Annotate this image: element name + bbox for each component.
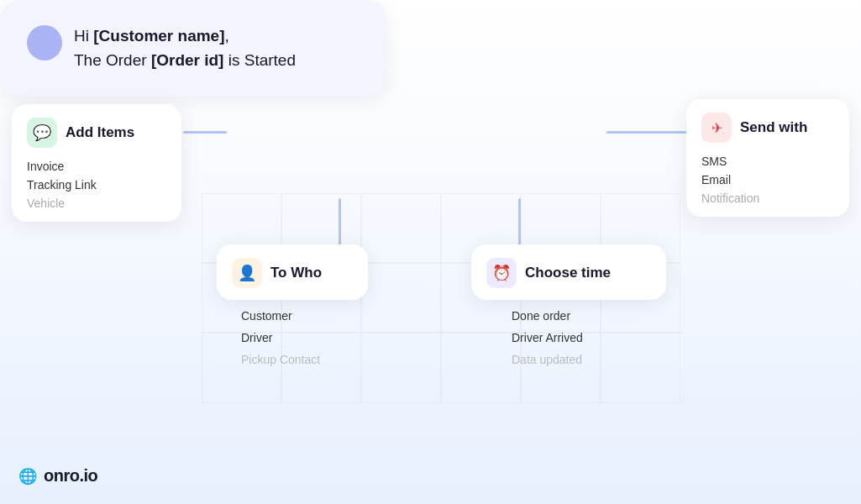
add-items-list: Invoice Tracking Link Vehicle: [12, 160, 181, 222]
choose-time-data[interactable]: Data updated: [512, 353, 583, 366]
add-items-title: Add Items: [66, 124, 134, 141]
canvas: 💬 Add Items Invoice Tracking Link Vehicl…: [0, 0, 861, 504]
message-body: Hi [Customer name], The Order [Order id]…: [74, 24, 296, 73]
msg-comma: ,: [224, 27, 228, 45]
to-who-card: 👤 To Who: [217, 244, 368, 300]
to-who-header: 👤 To Who: [217, 244, 368, 300]
to-who-driver[interactable]: Driver: [241, 331, 320, 344]
connector-add-to-message: [183, 131, 227, 134]
logo-icon: 🌐: [18, 467, 37, 486]
to-who-pickup[interactable]: Pickup Contact: [241, 353, 320, 366]
choose-time-title: Choose time: [525, 265, 611, 281]
choose-time-card: ⏰ Choose time: [471, 244, 666, 300]
msg-order-id: [Order id]: [151, 51, 224, 69]
send-with-notification[interactable]: Notification: [701, 192, 834, 205]
add-items-invoice[interactable]: Invoice: [27, 160, 166, 173]
logo-text: onro.io: [44, 466, 97, 486]
add-items-card: 💬 Add Items Invoice Tracking Link Vehicl…: [12, 104, 181, 222]
to-who-sub-items: Customer Driver Pickup Contact: [241, 309, 320, 366]
send-with-header: ✈ Send with: [686, 99, 849, 155]
to-who-customer[interactable]: Customer: [241, 309, 320, 323]
msg-hi: Hi: [74, 27, 93, 45]
msg-the-order: The Order: [74, 51, 151, 69]
add-items-icon: 💬: [27, 118, 57, 148]
send-with-title: Send with: [740, 119, 807, 136]
message-avatar: [27, 25, 62, 60]
send-with-email[interactable]: Email: [701, 173, 834, 186]
logo: 🌐 onro.io: [18, 466, 97, 486]
send-with-icon: ✈: [701, 113, 732, 143]
send-with-sms[interactable]: SMS: [701, 155, 834, 168]
msg-is-started: is Started: [223, 51, 296, 69]
choose-time-sub-items: Done order Driver Arrived Data updated: [512, 309, 583, 366]
choose-time-header: ⏰ Choose time: [471, 244, 666, 300]
to-who-icon: 👤: [232, 258, 262, 288]
msg-customer-name: [Customer name]: [93, 27, 224, 45]
connector-v-to-who: [339, 198, 341, 249]
message-line1: Hi [Customer name],: [74, 24, 296, 48]
add-items-header: 💬 Add Items: [12, 104, 181, 160]
choose-time-arrived[interactable]: Driver Arrived: [512, 331, 583, 344]
message-header: Hi [Customer name], The Order [Order id]…: [27, 24, 360, 73]
connector-v-choose-time: [518, 198, 521, 249]
add-items-tracking[interactable]: Tracking Link: [27, 178, 166, 192]
send-with-card: ✈ Send with SMS Email Notification: [686, 99, 849, 217]
choose-time-done[interactable]: Done order: [512, 309, 583, 323]
message-line2: The Order [Order id] is Started: [74, 48, 296, 72]
to-who-title: To Who: [270, 265, 322, 281]
choose-time-icon: ⏰: [486, 258, 517, 288]
message-card: Hi [Customer name], The Order [Order id]…: [0, 0, 386, 97]
send-with-list: SMS Email Notification: [686, 155, 849, 217]
connector-message-to-send: [606, 131, 696, 134]
add-items-vehicle[interactable]: Vehicle: [27, 197, 166, 210]
